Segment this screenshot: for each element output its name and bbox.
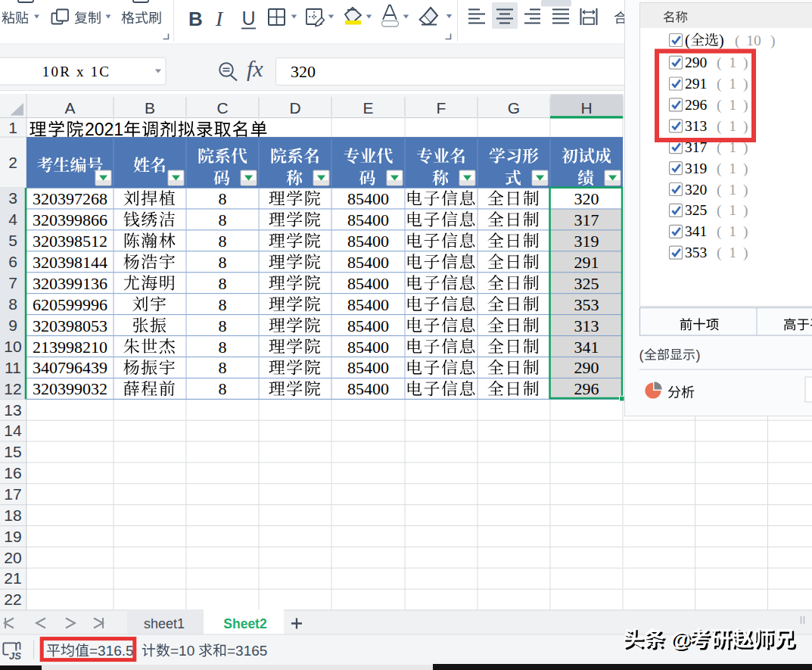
svg-text:U: U xyxy=(242,8,256,29)
svg-text:85400: 85400 xyxy=(347,274,389,293)
svg-text:sheet1: sheet1 xyxy=(144,616,185,631)
svg-text:320398144: 320398144 xyxy=(33,253,107,272)
svg-text:1: 1 xyxy=(729,245,736,260)
svg-text:313: 313 xyxy=(574,316,599,335)
svg-text:B: B xyxy=(188,8,203,30)
svg-text:10: 10 xyxy=(4,338,21,355)
svg-text:320399866: 320399866 xyxy=(33,210,107,229)
svg-text:12: 12 xyxy=(4,380,21,397)
svg-text:H: H xyxy=(580,99,592,117)
svg-text:20: 20 xyxy=(4,549,21,566)
svg-text:JS: JS xyxy=(9,650,21,662)
svg-text:290: 290 xyxy=(685,55,707,70)
svg-text:(: ( xyxy=(717,55,722,71)
svg-text:9: 9 xyxy=(8,316,17,334)
svg-text:D: D xyxy=(289,99,300,117)
svg-text:18: 18 xyxy=(4,506,21,524)
svg-text:F: F xyxy=(437,99,446,117)
svg-text:): ) xyxy=(743,182,748,198)
svg-text:1: 1 xyxy=(729,55,736,70)
svg-text:): ) xyxy=(719,32,724,49)
svg-text:): ) xyxy=(743,118,748,135)
svg-text:(: ( xyxy=(639,347,644,363)
svg-text:85400: 85400 xyxy=(347,358,389,377)
svg-text:320399136: 320399136 xyxy=(33,274,107,293)
svg-text:15: 15 xyxy=(4,443,21,460)
svg-text:1: 1 xyxy=(729,97,736,113)
svg-text:I: I xyxy=(215,7,224,30)
svg-text:): ) xyxy=(743,160,748,177)
svg-text:1: 1 xyxy=(729,223,736,239)
svg-text:): ) xyxy=(743,202,748,219)
svg-text:320397268: 320397268 xyxy=(33,189,107,208)
svg-text:85400: 85400 xyxy=(347,316,389,335)
svg-text:C: C xyxy=(216,99,228,117)
svg-text:320: 320 xyxy=(574,189,599,208)
svg-text:213998210: 213998210 xyxy=(33,338,107,357)
svg-text:341: 341 xyxy=(685,223,707,239)
svg-text:17: 17 xyxy=(4,485,21,503)
svg-text:7: 7 xyxy=(8,274,17,291)
svg-text:1: 1 xyxy=(729,182,736,198)
svg-text:E: E xyxy=(362,99,373,117)
svg-text:85400: 85400 xyxy=(347,210,389,229)
svg-text:320399032: 320399032 xyxy=(33,379,107,398)
svg-text:(: ( xyxy=(717,202,722,219)
svg-text:8: 8 xyxy=(219,189,227,208)
svg-text:320398512: 320398512 xyxy=(33,232,107,251)
svg-text:296: 296 xyxy=(574,379,599,398)
svg-text:8: 8 xyxy=(219,210,227,229)
svg-text:353: 353 xyxy=(574,295,599,314)
svg-text:8: 8 xyxy=(219,379,227,398)
svg-text:340796439: 340796439 xyxy=(33,358,107,377)
svg-text:): ) xyxy=(743,245,748,261)
svg-text:85400: 85400 xyxy=(347,189,389,208)
svg-text:1: 1 xyxy=(729,160,736,176)
svg-text:(: ( xyxy=(717,182,722,198)
svg-text:10: 10 xyxy=(746,33,761,48)
svg-text:85400: 85400 xyxy=(347,253,389,272)
svg-text:85400: 85400 xyxy=(347,379,389,398)
svg-text:=3165: =3165 xyxy=(227,643,267,659)
svg-text:@: @ xyxy=(670,628,691,651)
svg-text:8: 8 xyxy=(219,295,227,314)
svg-text:=316.5: =316.5 xyxy=(89,643,134,659)
svg-text:22: 22 xyxy=(4,591,21,608)
svg-text:8: 8 xyxy=(219,232,227,251)
svg-text:8: 8 xyxy=(219,253,227,272)
svg-text:1: 1 xyxy=(729,202,736,218)
svg-text:G: G xyxy=(508,99,520,117)
svg-text:19: 19 xyxy=(4,528,21,545)
svg-text:(: ( xyxy=(717,97,722,114)
svg-text:(: ( xyxy=(685,32,690,49)
svg-text:8: 8 xyxy=(219,274,227,293)
svg-text:): ) xyxy=(743,76,748,92)
svg-text:290: 290 xyxy=(574,358,599,377)
svg-text:325: 325 xyxy=(574,274,599,293)
svg-text:): ) xyxy=(743,223,748,240)
svg-text:4: 4 xyxy=(8,210,17,228)
svg-text:319: 319 xyxy=(685,160,707,176)
svg-text:8: 8 xyxy=(219,316,227,335)
svg-text:fx: fx xyxy=(247,56,263,81)
svg-text:B: B xyxy=(145,99,155,117)
svg-text:(: ( xyxy=(717,118,722,135)
svg-text:(: ( xyxy=(717,160,722,177)
svg-text:21: 21 xyxy=(4,569,21,587)
svg-text:620599996: 620599996 xyxy=(33,295,107,314)
svg-text:3: 3 xyxy=(8,189,17,207)
svg-text:5: 5 xyxy=(8,232,17,249)
svg-text:(: ( xyxy=(717,76,722,92)
svg-text:=10: =10 xyxy=(170,643,194,659)
svg-text:1: 1 xyxy=(8,119,17,136)
svg-text:85400: 85400 xyxy=(347,232,389,251)
svg-text:320: 320 xyxy=(685,182,707,198)
svg-text:319: 319 xyxy=(574,232,599,251)
svg-text:320398053: 320398053 xyxy=(33,316,107,335)
svg-text:291: 291 xyxy=(685,76,707,92)
svg-text:A: A xyxy=(64,99,75,117)
svg-text:11: 11 xyxy=(5,359,21,376)
svg-text:8: 8 xyxy=(219,338,227,357)
svg-text:1: 1 xyxy=(729,118,736,134)
svg-text:): ) xyxy=(743,97,748,114)
